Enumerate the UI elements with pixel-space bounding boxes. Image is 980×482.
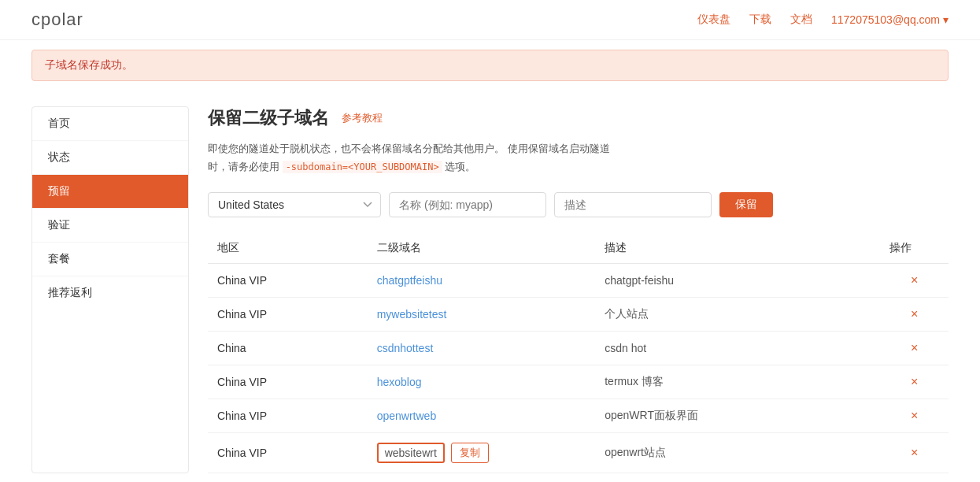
cell-desc: csdn hot [595, 331, 880, 365]
copy-button[interactable]: 复制 [451, 443, 489, 463]
description: 即使您的隧道处于脱机状态，也不会将保留域名分配给其他用户。 使用保留域名启动隧道… [208, 139, 949, 176]
ref-link[interactable]: 参考教程 [342, 111, 383, 125]
name-input[interactable] [389, 192, 546, 217]
cell-subdomain: hexoblog [368, 365, 596, 399]
nav-docs[interactable]: 文档 [790, 13, 812, 27]
desc-input[interactable] [554, 192, 712, 217]
delete-button[interactable]: × [911, 446, 918, 460]
table-row: China VIPopenwrtwebopenWRT面板界面× [208, 399, 949, 432]
subdomain-link[interactable]: csdnhottest [377, 342, 434, 354]
user-menu[interactable]: 1172075103@qq.com ▾ [831, 13, 949, 26]
cell-desc: 个人站点 [595, 297, 880, 331]
sidebar-item-plan[interactable]: 套餐 [32, 243, 188, 276]
cell-subdomain: mywebsitetest [368, 297, 596, 331]
copy-container: websitewrt复制 [377, 443, 586, 463]
cell-action: × [880, 297, 949, 331]
sidebar-item-verify[interactable]: 验证 [32, 209, 188, 243]
th-subdomain: 二级域名 [368, 233, 596, 264]
delete-button[interactable]: × [911, 409, 918, 423]
cell-region: China VIP [208, 365, 368, 399]
th-region: 地区 [208, 233, 368, 264]
success-banner: 子域名保存成功。 [31, 50, 949, 81]
region-select[interactable]: United States China China VIP [208, 192, 381, 217]
data-table: 地区 二级域名 描述 操作 China VIPchatgptfeishuchat… [208, 233, 949, 473]
subdomain-link[interactable]: chatgptfeishu [377, 274, 442, 287]
desc-line2: 时，请务必使用 [208, 161, 279, 172]
delete-button[interactable]: × [911, 273, 918, 287]
delete-button[interactable]: × [911, 341, 918, 355]
logo: cpolar [31, 9, 83, 30]
cell-action: × [880, 432, 949, 473]
desc-code: -subdomain=<YOUR_SUBDOMAIN> [283, 161, 442, 173]
cell-subdomain: chatgptfeishu [368, 263, 596, 297]
cell-region: China VIP [208, 432, 368, 473]
sidebar: 首页 状态 预留 验证 套餐 推荐返利 [31, 106, 189, 473]
header-nav: 仪表盘 下载 文档 1172075103@qq.com ▾ [697, 13, 949, 27]
delete-button[interactable]: × [911, 307, 918, 321]
table-row: China VIPchatgptfeishuchatgpt-feishu× [208, 263, 949, 297]
cell-desc: openwrt站点 [595, 432, 880, 473]
nav-dashboard[interactable]: 仪表盘 [697, 13, 730, 27]
cell-desc: chatgpt-feishu [595, 263, 880, 297]
table-row: China VIPwebsitewrt复制openwrt站点× [208, 432, 949, 473]
page-title: 保留二级子域名 [208, 106, 329, 130]
desc-line1: 即使您的隧道处于脱机状态，也不会将保留域名分配给其他用户。 使用保留域名启动隧道 [208, 143, 610, 154]
sidebar-item-home[interactable]: 首页 [32, 107, 188, 141]
cell-region: China VIP [208, 399, 368, 432]
cell-action: × [880, 399, 949, 432]
cell-subdomain: websitewrt复制 [368, 432, 596, 473]
cell-desc: openWRT面板界面 [595, 399, 880, 432]
cell-subdomain: csdnhottest [368, 331, 596, 365]
sidebar-item-reserve[interactable]: 预留 [32, 175, 188, 209]
success-message: 子域名保存成功。 [45, 58, 133, 71]
cell-action: × [880, 331, 949, 365]
subdomain-link[interactable]: openwrtweb [377, 410, 437, 422]
header: cpolar 仪表盘 下载 文档 1172075103@qq.com ▾ [0, 0, 980, 40]
nav-download[interactable]: 下载 [749, 13, 771, 27]
th-desc: 描述 [595, 233, 880, 264]
subdomain-highlighted: websitewrt [377, 443, 445, 463]
save-button[interactable]: 保留 [719, 192, 773, 217]
form-row: United States China China VIP 保留 [208, 192, 949, 217]
cell-action: × [880, 365, 949, 399]
table-header-row: 地区 二级域名 描述 操作 [208, 233, 949, 264]
user-email: 1172075103@qq.com [831, 13, 940, 26]
sidebar-item-status[interactable]: 状态 [32, 141, 188, 175]
content-header: 保留二级子域名 参考教程 [208, 106, 949, 130]
cell-subdomain: openwrtweb [368, 399, 596, 432]
main-layout: 首页 状态 预留 验证 套餐 推荐返利 保留二级子域名 参考教程 即使您的隧道处… [0, 91, 980, 482]
cell-region: China VIP [208, 297, 368, 331]
cell-desc: termux 博客 [595, 365, 880, 399]
delete-button[interactable]: × [911, 375, 918, 389]
sidebar-item-referral[interactable]: 推荐返利 [32, 276, 188, 310]
cell-action: × [880, 263, 949, 297]
table-row: Chinacsdnhottestcsdn hot× [208, 331, 949, 365]
subdomain-link[interactable]: hexoblog [377, 376, 422, 388]
desc-line3: 选项。 [445, 161, 475, 172]
content-area: 保留二级子域名 参考教程 即使您的隧道处于脱机状态，也不会将保留域名分配给其他用… [208, 106, 949, 473]
user-arrow: ▾ [943, 13, 949, 26]
table-row: China VIPhexoblogtermux 博客× [208, 365, 949, 399]
table-row: China VIPmywebsitetest个人站点× [208, 297, 949, 331]
subdomain-link[interactable]: mywebsitetest [377, 308, 447, 321]
cell-region: China VIP [208, 263, 368, 297]
cell-region: China [208, 331, 368, 365]
th-action: 操作 [880, 233, 949, 264]
